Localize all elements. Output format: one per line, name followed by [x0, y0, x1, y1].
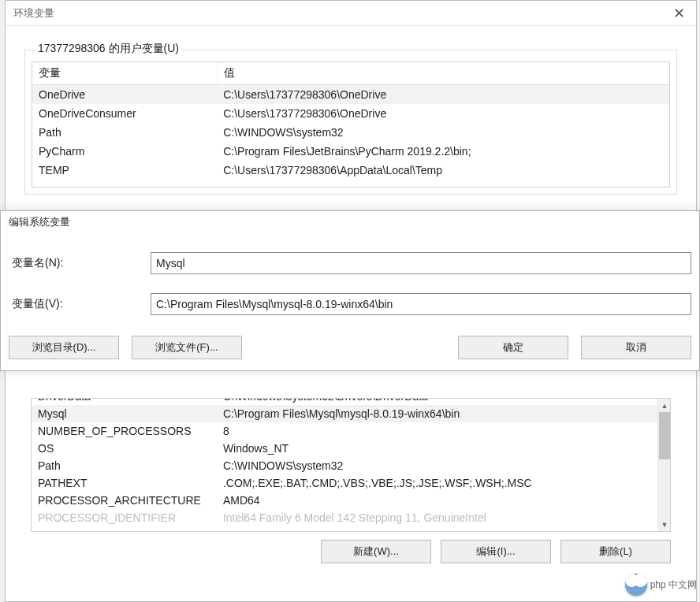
table-row[interactable]: NUMBER_OF_PROCESSORS 8	[32, 422, 670, 440]
scroll-thumb[interactable]	[659, 412, 670, 459]
scroll-down-icon[interactable]: ▼	[658, 518, 671, 531]
edit-button[interactable]: 编辑(I)...	[441, 540, 551, 563]
table-row[interactable]: OS Windows_NT	[32, 440, 670, 457]
table-row[interactable]: TEMP C:\Users\17377298306\AppData\Local\…	[32, 161, 669, 180]
name-label: 变量名(N):	[9, 256, 151, 270]
table-row[interactable]: Path C:\WINDOWS\system32	[32, 457, 670, 474]
scrollbar[interactable]: ▲ ▼	[657, 399, 670, 531]
dialog-titlebar: 编辑系统变量	[1, 211, 699, 233]
browse-file-button[interactable]: 浏览文件(F)...	[132, 336, 242, 359]
ok-button[interactable]: 确定	[458, 336, 568, 359]
column-header-var[interactable]: 变量	[32, 62, 217, 85]
table-row[interactable]: PROCESSOR_ARCHITECTURE AMD64	[32, 492, 670, 509]
table-row[interactable]: PyCharm C:\Program Files\JetBrains\PyCha…	[32, 142, 669, 161]
table-row[interactable]: OneDrive C:\Users\17377298306\OneDrive	[32, 85, 669, 105]
close-icon[interactable]: ✕	[668, 5, 690, 22]
name-row: 变量名(N):	[9, 252, 691, 274]
table-row[interactable]: PATHEXT .COM;.EXE;.BAT;.CMD;.VBS;.VBE;.J…	[32, 474, 670, 492]
table-row[interactable]: PROCESSOR_IDENTIFIER Intel64 Family 6 Mo…	[32, 509, 670, 526]
table-row[interactable]: Path C:\WINDOWS\system32	[32, 123, 669, 142]
new-button[interactable]: 新建(W)...	[321, 540, 431, 563]
value-input[interactable]	[151, 293, 691, 315]
value-row: 变量值(V):	[9, 293, 691, 315]
edit-dialog-buttons: 浏览目录(D)... 浏览文件(F)... 确定 取消	[9, 336, 691, 359]
name-input[interactable]	[151, 252, 691, 274]
cancel-button[interactable]: 取消	[581, 336, 691, 359]
column-header-val[interactable]: 值	[217, 62, 668, 85]
dialog-title: 编辑系统变量	[9, 215, 70, 229]
value-label: 变量值(V):	[9, 297, 151, 311]
user-variables-legend: 17377298306 的用户变量(U)	[35, 42, 182, 56]
delete-button[interactable]: 删除(L)	[560, 540, 671, 563]
window-title: 环境变量	[13, 6, 54, 20]
table-row[interactable]: DriverData C:\Windows\System32\Drivers\D…	[32, 398, 670, 405]
titlebar: 环境变量 ✕	[6, 1, 696, 26]
table-row[interactable]: OneDriveConsumer C:\Users\17377298306\On…	[32, 104, 669, 123]
system-variables-group: DriverData C:\Windows\System32\Drivers\D…	[24, 398, 677, 570]
system-buttons-row: 新建(W)... 编辑(I)... 删除(L)	[31, 540, 671, 563]
system-variables-table[interactable]: DriverData C:\Windows\System32\Drivers\D…	[31, 398, 671, 532]
user-variables-table[interactable]: 变量 值 OneDrive C:\Users\17377298306\OneDr…	[32, 61, 670, 188]
edit-system-variable-dialog: 编辑系统变量 变量名(N): 变量值(V): 浏览目录(D)... 浏览文件(F…	[0, 210, 700, 371]
user-variables-group: 17377298306 的用户变量(U) 变量 值 OneDrive C:\Us…	[24, 50, 677, 195]
browse-directory-button[interactable]: 浏览目录(D)...	[9, 336, 119, 359]
table-row[interactable]: Mysql C:\Program Files\Mysql\mysql-8.0.1…	[32, 405, 670, 422]
scroll-up-icon[interactable]: ▲	[658, 399, 671, 412]
